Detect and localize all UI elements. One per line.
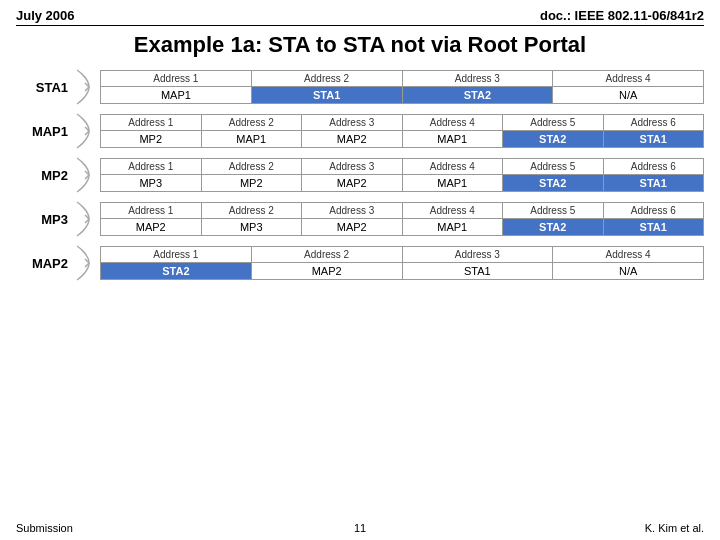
- node-label-map2: MAP2: [16, 256, 68, 271]
- col-header-5: Address 6: [603, 159, 704, 175]
- col-header-3: Address 4: [553, 247, 704, 263]
- col-header-4: Address 5: [503, 115, 604, 131]
- cell-4-3: N/A: [553, 263, 704, 280]
- col-header-0: Address 1: [101, 71, 252, 87]
- col-header-0: Address 1: [101, 159, 202, 175]
- col-header-2: Address 3: [402, 247, 553, 263]
- cell-3-4: STA2: [503, 219, 604, 236]
- cell-1-4: STA2: [503, 131, 604, 148]
- cell-0-3: N/A: [553, 87, 704, 104]
- cell-2-1: MP2: [201, 175, 302, 192]
- table-wrap-mp2: Address 1Address 2Address 3Address 4Addr…: [100, 158, 704, 192]
- cell-1-2: MAP2: [302, 131, 403, 148]
- arrow-icon: [74, 244, 94, 282]
- cell-0-2: STA2: [402, 87, 553, 104]
- col-header-2: Address 3: [402, 71, 553, 87]
- arrow-icon: [74, 112, 94, 150]
- header-right: doc.: IEEE 802.11-06/841r2: [540, 8, 704, 23]
- cell-2-2: MAP2: [302, 175, 403, 192]
- addr-table-mp2: Address 1Address 2Address 3Address 4Addr…: [100, 158, 704, 192]
- col-header-3: Address 4: [402, 159, 503, 175]
- cell-3-0: MAP2: [101, 219, 202, 236]
- cell-1-0: MP2: [101, 131, 202, 148]
- table-wrap-map2: Address 1Address 2Address 3Address 4STA2…: [100, 246, 704, 280]
- table-wrap-mp3: Address 1Address 2Address 3Address 4Addr…: [100, 202, 704, 236]
- col-header-1: Address 2: [201, 159, 302, 175]
- addr-table-mp3: Address 1Address 2Address 3Address 4Addr…: [100, 202, 704, 236]
- cell-3-2: MAP2: [302, 219, 403, 236]
- col-header-1: Address 2: [201, 115, 302, 131]
- header-bar: July 2006 doc.: IEEE 802.11-06/841r2: [16, 8, 704, 26]
- col-header-1: Address 2: [251, 71, 402, 87]
- cell-3-3: MAP1: [402, 219, 503, 236]
- addr-table-sta1: Address 1Address 2Address 3Address 4MAP1…: [100, 70, 704, 104]
- cell-1-5: STA1: [603, 131, 704, 148]
- row-group-sta1: STA1 Address 1Address 2Address 3Address …: [16, 68, 704, 106]
- cell-2-3: MAP1: [402, 175, 503, 192]
- col-header-0: Address 1: [101, 247, 252, 263]
- cell-1-1: MAP1: [201, 131, 302, 148]
- col-header-4: Address 5: [503, 203, 604, 219]
- cell-0-1: STA1: [251, 87, 402, 104]
- node-label-mp3: MP3: [16, 212, 68, 227]
- col-header-5: Address 6: [603, 115, 704, 131]
- node-label-mp2: MP2: [16, 168, 68, 183]
- col-header-3: Address 4: [553, 71, 704, 87]
- node-label-map1: MAP1: [16, 124, 68, 139]
- col-header-1: Address 2: [251, 247, 402, 263]
- cell-2-0: MP3: [101, 175, 202, 192]
- col-header-3: Address 4: [402, 203, 503, 219]
- table-wrap-map1: Address 1Address 2Address 3Address 4Addr…: [100, 114, 704, 148]
- cell-2-4: STA2: [503, 175, 604, 192]
- cell-4-2: STA1: [402, 263, 553, 280]
- page-title: Example 1a: STA to STA not via Root Port…: [16, 32, 704, 58]
- cell-4-0: STA2: [101, 263, 252, 280]
- col-header-4: Address 5: [503, 159, 604, 175]
- row-group-mp3: MP3 Address 1Address 2Address 3Address 4…: [16, 200, 704, 238]
- col-header-1: Address 2: [201, 203, 302, 219]
- node-label-sta1: STA1: [16, 80, 68, 95]
- header-left: July 2006: [16, 8, 75, 23]
- footer-center: 11: [0, 522, 720, 534]
- row-group-map2: MAP2 Address 1Address 2Address 3Address …: [16, 244, 704, 282]
- col-header-2: Address 3: [302, 203, 403, 219]
- content-area: STA1 Address 1Address 2Address 3Address …: [16, 68, 704, 282]
- addr-table-map2: Address 1Address 2Address 3Address 4STA2…: [100, 246, 704, 280]
- arrow-icon: [74, 68, 94, 106]
- col-header-0: Address 1: [101, 115, 202, 131]
- addr-table-map1: Address 1Address 2Address 3Address 4Addr…: [100, 114, 704, 148]
- arrow-icon: [74, 200, 94, 238]
- col-header-5: Address 6: [603, 203, 704, 219]
- col-header-2: Address 3: [302, 115, 403, 131]
- cell-0-0: MAP1: [101, 87, 252, 104]
- col-header-0: Address 1: [101, 203, 202, 219]
- col-header-3: Address 4: [402, 115, 503, 131]
- cell-4-1: MAP2: [251, 263, 402, 280]
- row-group-map1: MAP1 Address 1Address 2Address 3Address …: [16, 112, 704, 150]
- arrow-icon: [74, 156, 94, 194]
- col-header-2: Address 3: [302, 159, 403, 175]
- cell-1-3: MAP1: [402, 131, 503, 148]
- row-group-mp2: MP2 Address 1Address 2Address 3Address 4…: [16, 156, 704, 194]
- cell-3-1: MP3: [201, 219, 302, 236]
- page: July 2006 doc.: IEEE 802.11-06/841r2 Exa…: [0, 0, 720, 540]
- cell-3-5: STA1: [603, 219, 704, 236]
- cell-2-5: STA1: [603, 175, 704, 192]
- table-wrap-sta1: Address 1Address 2Address 3Address 4MAP1…: [100, 70, 704, 104]
